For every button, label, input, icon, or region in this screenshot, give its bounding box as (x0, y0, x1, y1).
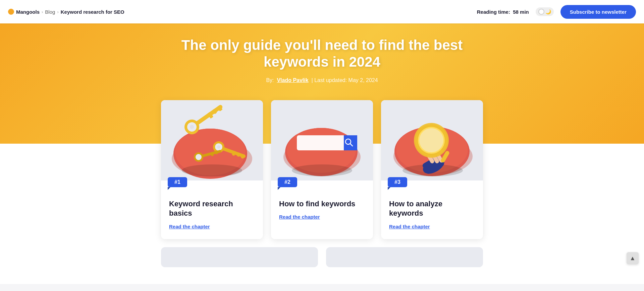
card-2-read-link[interactable]: Read the chapter (279, 214, 320, 220)
card-2-body: #2 How to find keywords Read the chapter (271, 180, 373, 230)
keys-illustration (161, 100, 263, 180)
hero-title: The only guide you'll need to find the b… (171, 37, 473, 71)
card-1-image (161, 100, 263, 180)
light-mode-icon[interactable] (538, 9, 544, 15)
dark-mode-icon[interactable]: 🌙 (545, 9, 551, 14)
reading-time-label: Reading time: (477, 9, 510, 15)
breadcrumb-current-page: Keyword research for SEO (61, 9, 124, 15)
search-illustration (271, 100, 373, 180)
site-header: Mangools › Blog › Keyword research for S… (0, 0, 644, 23)
partial-card-4 (161, 247, 318, 267)
partial-cards-grid (161, 247, 483, 271)
hero-subtitle: By: Vlado Pavlik | Last updated: May 2, … (7, 77, 637, 83)
breadcrumb-separator-2: › (57, 9, 58, 14)
svg-point-47 (419, 128, 443, 152)
brand-dot (8, 9, 14, 15)
reading-time: Reading time: 58 min (477, 9, 529, 15)
author-link[interactable]: Vlado Pavlik (277, 77, 308, 83)
author-prefix: By: (266, 77, 274, 83)
card-2-badge: #2 (278, 177, 297, 187)
card-3-title: How to analyze keywords (389, 199, 475, 218)
card-2-title: How to find keywords (279, 199, 365, 209)
card-1-title: Keyword research basics (169, 199, 255, 218)
cards-wrapper: #1 Keyword research basics Read the chap… (161, 100, 483, 271)
last-updated: | Last updated: May 2, 2024 (312, 77, 378, 83)
svg-point-4 (182, 164, 242, 176)
header-right: Reading time: 58 min 🌙 Subscribe to news… (477, 5, 636, 19)
card-1-read-link[interactable]: Read the chapter (169, 224, 210, 229)
card-3-body: #3 How to analyze keywords Read the chap… (381, 180, 483, 239)
breadcrumb-separator-1: › (42, 9, 43, 14)
partial-card-5 (326, 247, 483, 267)
brand-name[interactable]: Mangools (16, 9, 40, 15)
reading-time-value: 58 min (513, 9, 529, 15)
breadcrumb-blog-link[interactable]: Blog (45, 9, 55, 15)
magnify-illustration (381, 100, 483, 180)
card-3-badge: #3 (388, 177, 407, 187)
card-1-body: #1 Keyword research basics Read the chap… (161, 180, 263, 239)
svg-rect-31 (349, 135, 357, 150)
card-2: #2 How to find keywords Read the chapter (271, 100, 373, 239)
card-3-read-link[interactable]: Read the chapter (389, 224, 430, 229)
scroll-up-button[interactable]: ▲ (627, 252, 639, 264)
card-1: #1 Keyword research basics Read the chap… (161, 100, 263, 239)
breadcrumb: Mangools › Blog › Keyword research for S… (8, 9, 124, 15)
theme-toggle[interactable]: 🌙 (536, 7, 554, 16)
svg-point-28 (292, 164, 352, 176)
card-3-image (381, 100, 483, 180)
card-3: #3 How to analyze keywords Read the chap… (381, 100, 483, 239)
card-1-badge: #1 (168, 177, 187, 187)
subscribe-button[interactable]: Subscribe to newsletter (560, 5, 636, 19)
card-2-image (271, 100, 373, 180)
cards-grid: #1 Keyword research basics Read the chap… (161, 100, 483, 239)
